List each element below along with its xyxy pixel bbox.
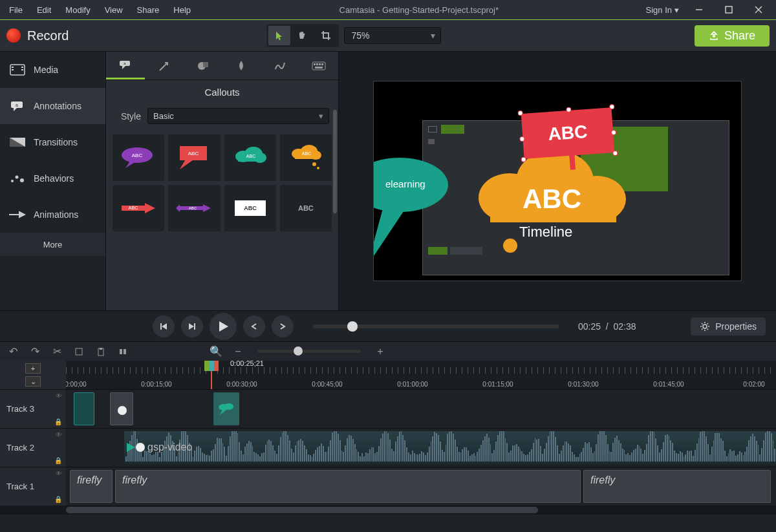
next-frame-button[interactable] [181, 315, 203, 337]
canvas-sign-selected[interactable]: ABC [521, 107, 615, 159]
tab-arrows[interactable] [145, 52, 184, 80]
close-button[interactable] [744, 0, 773, 19]
paste-button[interactable] [93, 344, 109, 359]
svg-rect-5 [12, 67, 14, 68]
callout-box-white[interactable]: ABC [224, 185, 276, 231]
menu-help[interactable]: Help [167, 3, 197, 17]
tab-keystroke[interactable] [299, 52, 338, 80]
record-button[interactable]: Record [6, 28, 69, 43]
cut-button[interactable]: ✂ [49, 344, 65, 359]
tab-blur[interactable] [222, 52, 261, 80]
signin-button[interactable]: Sign In▾ [641, 3, 684, 17]
redo-button[interactable]: ↷ [27, 344, 43, 359]
playhead[interactable]: 0:00:25;21 [211, 361, 212, 389]
timeline-scrollbar[interactable] [0, 505, 776, 515]
prev-frame-button[interactable] [153, 315, 175, 337]
svg-text:ABC: ABC [188, 151, 199, 156]
callout-arrow-red[interactable]: ABC [113, 185, 164, 231]
eye-icon[interactable]: 👁 [56, 470, 62, 477]
track-options-button[interactable]: ⌄ [25, 376, 41, 387]
lock-icon[interactable]: 🔒 [54, 496, 62, 503]
menu-modify[interactable]: Modify [59, 3, 96, 17]
clip-firefly-2[interactable]: firefly [115, 470, 581, 503]
next-marker-button[interactable] [272, 315, 294, 337]
undo-button[interactable]: ↶ [5, 344, 21, 359]
clip-callout[interactable] [213, 392, 239, 425]
callout-speech-red[interactable]: ABC [168, 134, 220, 181]
play-button[interactable] [210, 313, 237, 340]
scrubber-thumb[interactable] [347, 321, 358, 332]
track-2-label[interactable]: Track 2 👁 🔒 [0, 429, 66, 467]
lock-icon[interactable]: 🔒 [54, 418, 62, 425]
timeline-zoom-slider[interactable] [257, 350, 361, 353]
menu-share[interactable]: Share [131, 3, 166, 17]
track-3-lane[interactable] [66, 390, 776, 428]
timeline-search-icon[interactable]: 🔍 [208, 344, 224, 359]
eye-icon[interactable]: 👁 [56, 392, 62, 399]
minimize-button[interactable] [684, 0, 714, 19]
clip-label: gsp-video [147, 442, 192, 453]
zoom-thumb[interactable] [294, 346, 303, 356]
maximize-button[interactable] [714, 0, 744, 19]
callout-thought-orange[interactable]: ABC [280, 134, 332, 181]
crop-tool[interactable] [315, 26, 337, 45]
menu-edit[interactable]: Edit [30, 3, 58, 17]
properties-button[interactable]: Properties [691, 317, 766, 335]
zoom-out-button[interactable]: − [230, 344, 246, 359]
annotations-panel: a Callouts Style Basic ABC ABC ABC ABC A… [106, 52, 339, 310]
svg-text:ABC: ABC [302, 151, 311, 156]
callout-text-plain[interactable]: ABC [280, 185, 332, 231]
clip-firefly-3[interactable]: firefly [583, 470, 771, 503]
clip-gsp-video[interactable] [124, 431, 776, 464]
playback-time: 00:25 / 02:38 [578, 321, 636, 332]
clip-teal-1[interactable] [74, 392, 94, 425]
track-2-lane[interactable]: gsp-video [66, 429, 776, 467]
sidebar-item-annotations[interactable]: a Annotations [0, 88, 105, 124]
zoom-in-button[interactable]: + [372, 344, 388, 359]
ruler-tick-label: 0:01:00;00 [397, 381, 427, 388]
track-1-lane[interactable]: firefly firefly firefly [66, 467, 776, 505]
pan-tool[interactable] [292, 26, 314, 45]
tab-shapes[interactable] [184, 52, 222, 80]
track-3-label[interactable]: Track 3 👁 🔒 [0, 390, 66, 428]
sidebar-item-animations[interactable]: Animations [0, 197, 105, 233]
copy-button[interactable] [71, 344, 87, 359]
callout-arrow-purple[interactable]: ABC [168, 185, 220, 231]
tab-callouts[interactable]: a [106, 52, 145, 80]
callout-cloud-teal[interactable]: ABC [224, 134, 276, 181]
add-track-button[interactable]: + [25, 363, 41, 374]
track-1-label[interactable]: Track 1 👁 🔒 [0, 467, 66, 505]
prev-marker-button[interactable] [243, 315, 265, 337]
sidebar-item-transitions[interactable]: Transitions [0, 124, 105, 160]
keyframe[interactable] [136, 443, 145, 452]
sidebar-label: Media [34, 65, 58, 75]
tab-sketch[interactable] [261, 52, 299, 80]
clip-firefly-1[interactable]: firefly [70, 470, 113, 503]
menu-file[interactable]: File [3, 3, 29, 17]
playback-scrubber[interactable] [313, 325, 559, 328]
svg-point-11 [11, 180, 14, 182]
menu-view[interactable]: View [98, 3, 129, 17]
clip-gray[interactable] [110, 392, 133, 425]
style-select[interactable]: Basic [147, 108, 329, 124]
svg-rect-23 [315, 67, 323, 69]
timeline-ruler[interactable]: 0:00:25;21 0:00:00;000:00:15;000:00:30;0… [66, 361, 776, 389]
pointer-tool[interactable] [268, 26, 290, 45]
svg-rect-18 [312, 62, 325, 70]
library-scrollbar[interactable] [333, 110, 337, 213]
eye-icon[interactable]: 👁 [56, 431, 62, 438]
playhead-time: 0:00:25;21 [230, 361, 264, 367]
split-button[interactable] [115, 344, 131, 359]
sidebar-item-behaviors[interactable]: Behaviors [0, 160, 105, 197]
sidebar-item-media[interactable]: Media [0, 52, 105, 88]
callout-speech-purple[interactable]: ABC [113, 134, 164, 181]
sidebar-more[interactable]: More [0, 233, 105, 256]
lock-icon[interactable]: 🔒 [54, 457, 62, 464]
gear-icon [700, 321, 710, 332]
preview-canvas[interactable]: elearning ABC ABC Timeline [373, 81, 742, 281]
zoom-select[interactable]: 75% [344, 27, 441, 44]
share-button[interactable]: Share [695, 25, 770, 47]
window-title: Camtasia - Getting-Started-Project.tscpr… [197, 5, 640, 15]
keyframe[interactable] [118, 406, 127, 415]
svg-rect-20 [316, 63, 318, 65]
